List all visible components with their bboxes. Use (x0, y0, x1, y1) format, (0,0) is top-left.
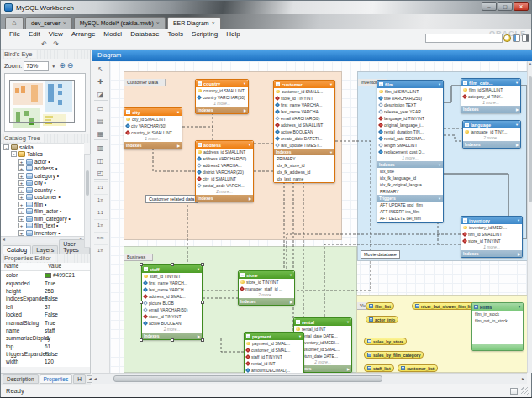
table-column[interactable]: city VARCHAR(50) (124, 123, 182, 129)
diagram-tool[interactable]: 1:1 (94, 207, 108, 219)
table-column[interactable]: email VARCHAR(50) (274, 115, 334, 122)
table-collapse-icon[interactable]: ▼ (243, 81, 246, 86)
index-item[interactable]: idx_title (377, 168, 443, 175)
canvas-vertical-scrollbar[interactable]: ▲ (527, 61, 532, 373)
table-header[interactable]: language ▼ (463, 121, 520, 128)
table-column[interactable]: address2 VARCHA... (196, 162, 253, 169)
table-column[interactable]: address_id SMAL... (142, 293, 202, 300)
index-item[interactable]: AFT UPDATE upd_film (377, 202, 443, 208)
table-header[interactable]: address ▼ (196, 141, 253, 149)
section-header[interactable]: Indexes ▶ (124, 142, 182, 149)
index-item[interactable]: idx_fk_store_id (274, 162, 334, 169)
table-column[interactable]: store_id TINYINT (239, 279, 294, 285)
search-icon[interactable] (503, 34, 511, 42)
diagram-canvas[interactable]: Customer Data Inventory Business Views (110, 61, 527, 373)
home-tab[interactable]: ⌂ (5, 17, 24, 29)
zoom-in-icon[interactable]: ⊕ (59, 61, 66, 70)
section-collapse-icon[interactable]: ▶ (347, 367, 350, 371)
property-row[interactable]: expanded True (1, 279, 90, 286)
table-column[interactable]: store_id TINYINT (142, 313, 202, 320)
menu-item[interactable]: Database (126, 29, 163, 39)
table-header[interactable]: film ▼ (377, 81, 443, 88)
table-column[interactable]: last_name VARCHA... (274, 108, 334, 115)
table-header[interactable]: payment ▼ (245, 333, 303, 340)
table-column[interactable]: active BOOLEAN (274, 128, 334, 135)
table-column[interactable]: district VARCHAR(20) (196, 169, 253, 175)
diagram-tool[interactable]: ✚ (94, 76, 108, 88)
tree-item[interactable]: + customer • (1, 194, 84, 202)
table-header[interactable]: film_cate... ▼ (461, 79, 520, 86)
table-column[interactable]: active BOOLEAN (142, 320, 202, 327)
diagram-tool[interactable]: ▭ (94, 102, 108, 115)
more-columns[interactable]: 1 more... (461, 100, 520, 106)
toolbar-button[interactable] (63, 40, 72, 49)
more-columns[interactable]: 1 more... (461, 244, 522, 250)
table-column[interactable]: film_id SMALLINT (461, 231, 522, 238)
section-collapse-icon[interactable]: ▼ (329, 150, 333, 154)
tree-item[interactable]: + film_actor • (1, 208, 84, 216)
more-columns[interactable]: 1 more... (124, 136, 182, 142)
section-collapse-icon[interactable]: ▶ (290, 300, 292, 304)
section-collapse-icon[interactable]: ▶ (516, 107, 519, 112)
db-table[interactable]: city ▼ city_id SMALLINT city VARCHAR(50) (124, 107, 182, 149)
table-column[interactable]: replacement_cost D... (377, 149, 443, 155)
sidebar-tab[interactable]: Catalog (3, 245, 31, 254)
sidebar-tab[interactable]: Layers (32, 245, 58, 254)
toolbar-button[interactable] (16, 40, 25, 49)
index-item[interactable]: PRIMARY (377, 188, 443, 195)
toolbar-button[interactable] (87, 40, 96, 49)
table-column[interactable]: inventory_id MEDI... (461, 224, 522, 231)
menu-item[interactable]: Scripting (187, 29, 222, 39)
menu-item[interactable]: View (45, 29, 67, 39)
index-item[interactable]: idx_fk_language_id (377, 175, 443, 181)
table-column[interactable]: rental_duration TIN... (377, 128, 443, 135)
section-collapse-icon[interactable]: ▶ (244, 108, 246, 113)
tree-item[interactable]: + country • (1, 186, 84, 194)
table-column[interactable]: postal_code VARCH... (196, 182, 253, 189)
db-table[interactable]: staff ▼ staff_id TINYINT first_name VARC… (141, 264, 203, 340)
table-column[interactable]: picture BLOB (142, 300, 202, 306)
table-header[interactable]: staff ▼ (142, 265, 202, 273)
tree-item[interactable]: + film_category • (1, 215, 84, 223)
tree-item[interactable]: + actor • (1, 158, 84, 165)
zoom-dropdown-icon[interactable]: ▼ (51, 64, 55, 69)
table-collapse-icon[interactable]: ▼ (515, 123, 519, 127)
db-table[interactable]: film ▼ film_id SMALLINT title VARCHAR(25… (377, 80, 444, 223)
tree-expander-icon[interactable]: + (18, 223, 24, 228)
table-column[interactable]: amount DECIMAL(... (245, 367, 303, 373)
index-item[interactable]: idx_fk_address_id (274, 169, 334, 175)
db-table[interactable]: language ▼ language_id TINY... 2 more... (462, 120, 521, 149)
section-header[interactable]: Triggers ▼ (377, 195, 443, 202)
tree-expander-icon[interactable]: + (18, 165, 24, 171)
tree-expander-icon[interactable]: + (18, 159, 24, 165)
diagram-note[interactable]: Movie database (361, 250, 400, 259)
table-collapse-icon[interactable]: ▼ (438, 82, 441, 86)
toolbar-button[interactable]: ↶ (40, 40, 49, 49)
table-column[interactable]: store_id TINYINT (274, 95, 334, 102)
more-columns[interactable]: 2 more... (239, 292, 294, 298)
index-item[interactable]: idx_last_name (274, 175, 334, 182)
view-object[interactable]: actor_info (366, 316, 398, 323)
tree-expander-icon[interactable]: + (18, 180, 24, 186)
table-collapse-icon[interactable]: ▼ (346, 320, 350, 324)
db-table[interactable]: country ▼ country_id SMALLINT country VA… (195, 79, 249, 114)
view-object[interactable]: sales_by_store (364, 338, 407, 345)
diagram-tool[interactable]: ▥ (94, 142, 108, 154)
routine-group-collapse-icon[interactable]: ▼ (518, 305, 521, 309)
tree-expander-icon[interactable]: + (18, 173, 24, 179)
close-tab-icon[interactable]: × (156, 20, 160, 26)
table-collapse-icon[interactable]: ▼ (298, 334, 302, 338)
tree-item[interactable]: + inventory • (1, 229, 84, 236)
diagram-note[interactable]: Customer related data (145, 195, 198, 203)
close-tab-icon[interactable]: × (212, 20, 215, 26)
tree-expander-icon[interactable]: + (18, 202, 24, 207)
index-item[interactable]: AFT INSERT ins_film (377, 208, 443, 215)
index-item[interactable]: PRIMARY (274, 155, 334, 162)
table-column[interactable]: customer_id SMAL... (245, 347, 303, 353)
table-column[interactable]: country_id SMALLINT (196, 87, 248, 94)
zoom-combobox[interactable]: 75% ▼ (24, 61, 49, 71)
menu-item[interactable]: Arrange (67, 29, 99, 39)
table-column[interactable]: language_id TINY... (463, 128, 520, 135)
tree-expander-icon[interactable]: - (3, 144, 9, 150)
birds-eye-minimap[interactable] (4, 73, 86, 132)
